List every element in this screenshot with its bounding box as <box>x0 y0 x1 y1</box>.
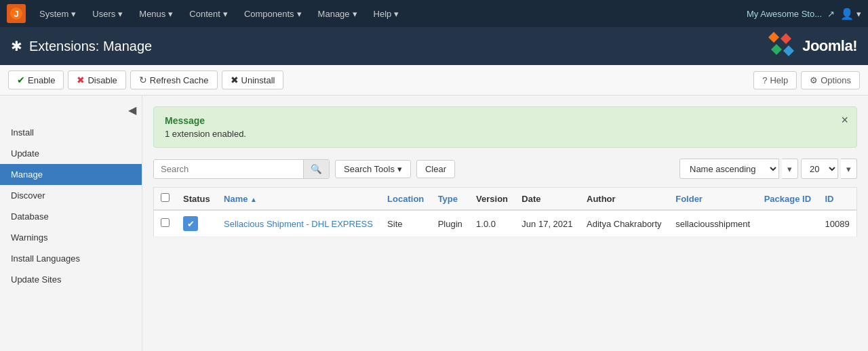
row-author-cell: Aditya Chakraborty <box>580 210 669 237</box>
column-id: ID <box>818 188 857 211</box>
svg-text:J: J <box>14 9 18 19</box>
search-input-wrap: 🔍 <box>153 159 330 179</box>
toolbar: ✔ Enable ✖ Disable ↻ Refresh Cache ✖ Uni… <box>0 65 868 96</box>
search-submit-button[interactable]: 🔍 <box>303 160 329 178</box>
row-checkbox[interactable] <box>161 218 170 227</box>
status-enabled-badge[interactable]: ✔ <box>183 216 198 231</box>
sort-dropdown-button[interactable]: ▾ <box>782 159 798 179</box>
help-icon: ? <box>762 75 767 85</box>
sidebar-item-database[interactable]: Database <box>0 206 142 227</box>
row-name-link[interactable]: Sellacious Shipment - DHL EXPRESS <box>224 219 373 229</box>
clear-search-button[interactable]: Clear <box>416 160 455 178</box>
nav-content[interactable]: Content ▾ <box>182 0 235 27</box>
sidebar-item-discover[interactable]: Discover <box>0 185 142 206</box>
sidebar-item-warnings[interactable]: Warnings <box>0 227 142 248</box>
sidebar-item-install-languages[interactable]: Install Languages <box>0 248 142 269</box>
message-body: 1 extension enabled. <box>165 129 846 139</box>
joomla-logo-svg <box>767 30 801 62</box>
message-title: Message <box>165 115 846 126</box>
row-version-cell: 1.0.0 <box>469 210 515 237</box>
sort-select[interactable]: Name ascendingName descendingID ascendin… <box>679 159 779 179</box>
page-header: ✱ Extensions: Manage Joomla! <box>0 27 868 65</box>
message-box: Message 1 extension enabled. × <box>153 106 857 148</box>
uninstall-button[interactable]: ✖ Uninstall <box>222 70 284 89</box>
uninstall-icon: ✖ <box>231 75 239 85</box>
row-package-id-cell <box>757 210 818 237</box>
user-menu[interactable]: 👤 ▾ <box>840 7 861 20</box>
search-tools-button[interactable]: Search Tools ▾ <box>335 160 411 178</box>
nav-manage[interactable]: Manage ▾ <box>311 0 364 27</box>
column-checkbox <box>154 188 177 211</box>
enable-icon: ✔ <box>17 75 25 85</box>
options-gear-icon: ⚙ <box>810 75 818 85</box>
per-page-dropdown-button[interactable]: ▾ <box>841 159 857 179</box>
column-author: Author <box>580 188 669 211</box>
column-location: Location <box>380 188 431 211</box>
sidebar-item-update-sites[interactable]: Update Sites <box>0 269 142 290</box>
per-page-select[interactable]: 2050100 <box>801 159 838 179</box>
user-avatar-icon: 👤 <box>840 7 854 20</box>
table-row: ✔ Sellacious Shipment - DHL EXPRESS Site… <box>154 210 857 237</box>
sort-name-icon: ▲ <box>250 196 257 203</box>
refresh-cache-button[interactable]: ↻ Refresh Cache <box>130 70 218 89</box>
site-name-link[interactable]: My Awesome Sto... <box>747 9 822 19</box>
table-header-row: Status Name ▲ Location Type Version Date… <box>154 188 857 211</box>
sidebar: ◀ Install Update Manage Discover Databas… <box>0 96 142 351</box>
help-button[interactable]: ? Help <box>753 71 797 89</box>
joomla-wordmark: Joomla! <box>802 37 857 55</box>
joomla-brand: Joomla! <box>767 30 857 62</box>
column-folder: Folder <box>669 188 757 211</box>
sidebar-item-install[interactable]: Install <box>0 122 142 143</box>
row-folder-cell: sellaciousshipment <box>669 210 757 237</box>
select-all-checkbox[interactable] <box>161 193 170 202</box>
column-status: Status <box>176 188 217 211</box>
disable-button[interactable]: ✖ Disable <box>68 70 125 89</box>
search-bar: 🔍 Search Tools ▾ Clear Name ascendingNam… <box>153 159 857 179</box>
extensions-table: Status Name ▲ Location Type Version Date… <box>153 187 857 237</box>
search-tools-arrow-icon: ▾ <box>397 164 402 174</box>
options-button[interactable]: ⚙ Options <box>801 71 860 89</box>
column-version: Version <box>469 188 515 211</box>
nav-components[interactable]: Components ▾ <box>237 0 309 27</box>
sidebar-item-update[interactable]: Update <box>0 143 142 164</box>
message-close-button[interactable]: × <box>841 114 848 126</box>
row-status-cell: ✔ <box>176 210 217 237</box>
top-navigation: J System ▾ Users ▾ Menus ▾ Content ▾ Com… <box>0 0 868 27</box>
nav-users[interactable]: Users ▾ <box>85 0 130 27</box>
page-title: Extensions: Manage <box>29 39 152 54</box>
row-checkbox-cell <box>154 210 177 237</box>
row-date-cell: Jun 17, 2021 <box>515 210 580 237</box>
site-external-icon: ↗ <box>827 9 835 19</box>
column-name[interactable]: Name ▲ <box>217 188 380 211</box>
row-location-cell: Site <box>380 210 431 237</box>
user-dropdown-arrow: ▾ <box>856 9 861 19</box>
search-input[interactable] <box>154 160 303 178</box>
sidebar-item-manage[interactable]: Manage <box>0 164 142 185</box>
row-id-cell: 10089 <box>818 210 857 237</box>
joomla-small-logo: J <box>7 4 26 23</box>
row-type-cell: Plugin <box>431 210 469 237</box>
search-icon: 🔍 <box>311 164 322 174</box>
row-name-cell: Sellacious Shipment - DHL EXPRESS <box>217 210 380 237</box>
column-date: Date <box>515 188 580 211</box>
main-layout: ◀ Install Update Manage Discover Databas… <box>0 96 868 351</box>
column-type: Type <box>431 188 469 211</box>
extensions-icon: ✱ <box>11 38 22 54</box>
nav-system[interactable]: System ▾ <box>33 0 83 27</box>
enable-button[interactable]: ✔ Enable <box>8 70 64 89</box>
disable-icon: ✖ <box>77 75 85 85</box>
sidebar-toggle-button[interactable]: ◀ <box>128 104 136 117</box>
content-area: Message 1 extension enabled. × 🔍 Search … <box>142 96 868 351</box>
nav-menus[interactable]: Menus ▾ <box>132 0 180 27</box>
sidebar-toggle-area: ◀ <box>0 101 142 122</box>
column-package-id: Package ID <box>757 188 818 211</box>
refresh-icon: ↻ <box>139 75 147 85</box>
nav-help[interactable]: Help ▾ <box>367 0 406 27</box>
sort-controls: Name ascendingName descendingID ascendin… <box>679 159 857 179</box>
